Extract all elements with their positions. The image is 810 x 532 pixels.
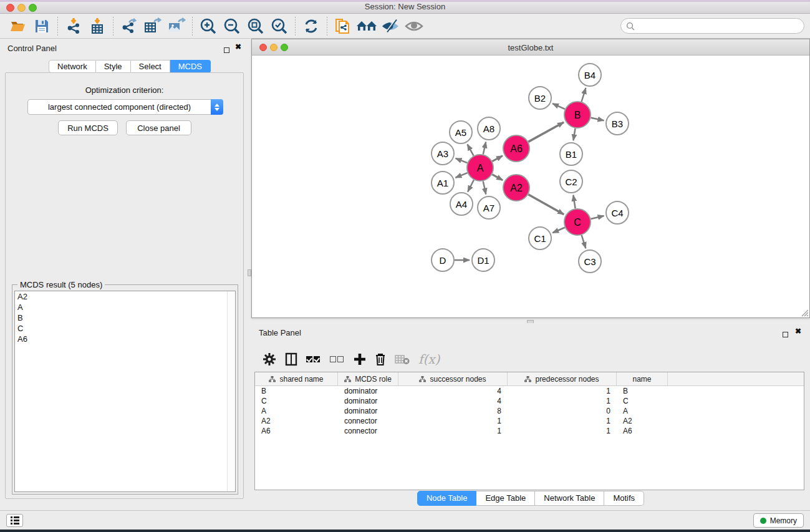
search-field[interactable] bbox=[620, 18, 804, 34]
search-input[interactable] bbox=[638, 22, 804, 31]
column-header-shared-name[interactable]: shared name bbox=[255, 372, 338, 386]
graph-edge-B-B3[interactable] bbox=[591, 118, 604, 121]
show-columns-button[interactable] bbox=[285, 350, 297, 369]
tab-node-table[interactable]: Node Table bbox=[417, 491, 477, 506]
mcds-result-item[interactable]: A6 bbox=[15, 334, 235, 344]
scrollbar-track[interactable] bbox=[227, 291, 235, 491]
tab-network[interactable]: Network bbox=[49, 60, 96, 73]
graph-edge-A-A4[interactable] bbox=[468, 180, 474, 192]
graph-node-C4[interactable]: C4 bbox=[606, 201, 629, 224]
graph-node-B4[interactable]: B4 bbox=[579, 64, 601, 86]
zoom-selected-button[interactable] bbox=[268, 16, 291, 37]
graph-node-A8[interactable]: A8 bbox=[478, 117, 500, 140]
network-window-titlebar[interactable]: testGlobe.txt bbox=[252, 39, 809, 56]
show-graphics-details-button[interactable] bbox=[402, 16, 426, 37]
graph-node-B2[interactable]: B2 bbox=[529, 87, 551, 109]
graph-edge-A-A5[interactable] bbox=[468, 144, 474, 155]
add-column-button[interactable] bbox=[354, 350, 366, 369]
tab-motifs[interactable]: Motifs bbox=[604, 491, 644, 506]
tab-style[interactable]: Style bbox=[96, 60, 131, 73]
deselect-all-button[interactable] bbox=[330, 350, 345, 369]
refresh-button[interactable] bbox=[299, 16, 323, 37]
graph-node-A2[interactable]: A2 bbox=[503, 175, 529, 201]
task-history-button[interactable] bbox=[6, 514, 23, 527]
close-panel-button-mcds[interactable]: Close panel bbox=[126, 120, 191, 135]
graph-edge-A-A6[interactable] bbox=[492, 156, 503, 162]
graph-node-A3[interactable]: A3 bbox=[432, 142, 454, 165]
copy-session-button[interactable] bbox=[331, 16, 355, 37]
graph-node-A6[interactable]: A6 bbox=[503, 135, 529, 162]
graph-node-C3[interactable]: C3 bbox=[579, 250, 601, 273]
node-table[interactable]: shared nameMCDS rolesuccessor nodesprede… bbox=[254, 372, 804, 490]
table-settings-button[interactable] bbox=[263, 350, 276, 369]
graph-edge-A-A2[interactable] bbox=[492, 175, 503, 180]
column-header-MCDS-role[interactable]: MCDS role bbox=[338, 372, 398, 386]
graph-node-C1[interactable]: C1 bbox=[529, 227, 551, 249]
table-row[interactable]: Cdominator41C bbox=[255, 396, 804, 406]
import-table-button[interactable] bbox=[85, 16, 109, 37]
graph-edge-A-A1[interactable] bbox=[455, 173, 467, 178]
network-canvas[interactable]: B4B2BB3A5A8A6B1A3AA1C2A2A4A7C4CC1C3DD1 bbox=[252, 56, 809, 317]
graph-edge-C-C3[interactable] bbox=[582, 235, 586, 248]
resize-grip-icon[interactable] bbox=[800, 308, 809, 317]
graph-node-D[interactable]: D bbox=[432, 249, 454, 271]
run-mcds-button[interactable]: Run MCDS bbox=[58, 120, 118, 135]
graph-edge-B-B1[interactable] bbox=[573, 128, 575, 141]
import-network-button[interactable] bbox=[62, 16, 85, 37]
graph-node-C2[interactable]: C2 bbox=[560, 170, 582, 193]
graph-edge-B-B2[interactable] bbox=[552, 104, 565, 109]
float-panel-button[interactable] bbox=[224, 44, 229, 56]
graph-edge-A2-C[interactable] bbox=[528, 195, 564, 215]
mcds-result-list[interactable]: A2ABCA6 bbox=[14, 291, 236, 492]
export-image-button[interactable] bbox=[165, 16, 188, 37]
graph-edge-C-C1[interactable] bbox=[552, 228, 565, 233]
zoom-out-button[interactable] bbox=[220, 16, 244, 37]
tab-network-table[interactable]: Network Table bbox=[535, 491, 604, 506]
column-header-successor-nodes[interactable]: successor nodes bbox=[398, 372, 508, 386]
select-all-button[interactable] bbox=[306, 350, 321, 369]
export-network-button[interactable] bbox=[117, 16, 141, 37]
hide-graphics-details-button[interactable] bbox=[378, 16, 402, 37]
close-table-panel-button[interactable]: ✖ bbox=[795, 327, 801, 336]
tab-select[interactable]: Select bbox=[131, 60, 170, 73]
graph-edge-A-A8[interactable] bbox=[483, 142, 486, 154]
tab-mcds[interactable]: MCDS bbox=[170, 60, 211, 73]
table-row[interactable]: A6connector11A6 bbox=[255, 426, 804, 436]
graph-node-A5[interactable]: A5 bbox=[450, 121, 472, 143]
graph-edge-C-C2[interactable] bbox=[573, 195, 575, 209]
criterion-dropdown[interactable]: largest connected component (directed) bbox=[27, 99, 223, 115]
graph-edge-C-C4[interactable] bbox=[591, 216, 604, 219]
function-builder-button[interactable]: f(x) bbox=[418, 350, 440, 369]
tab-edge-table[interactable]: Edge Table bbox=[476, 491, 535, 506]
delete-column-button[interactable] bbox=[375, 350, 386, 369]
zoom-in-button[interactable] bbox=[196, 16, 220, 37]
column-header-predecessor-nodes[interactable]: predecessor nodes bbox=[508, 372, 617, 386]
mcds-result-item[interactable]: A2 bbox=[15, 291, 235, 302]
home-network-button[interactable] bbox=[355, 16, 378, 37]
save-session-button[interactable] bbox=[30, 16, 54, 37]
graph-node-D1[interactable]: D1 bbox=[472, 249, 494, 271]
graph-node-A1[interactable]: A1 bbox=[432, 172, 454, 194]
graph-edge-B-B4[interactable] bbox=[582, 88, 586, 102]
export-table-button[interactable] bbox=[141, 16, 165, 37]
mcds-result-item[interactable]: B bbox=[15, 312, 235, 323]
graph-node-B3[interactable]: B3 bbox=[606, 112, 629, 135]
close-panel-button[interactable]: ✖ bbox=[235, 42, 241, 51]
table-row[interactable]: A2connector11A2 bbox=[255, 416, 804, 426]
graph-edge-A6-B[interactable] bbox=[528, 122, 564, 142]
graph-node-B1[interactable]: B1 bbox=[560, 143, 582, 165]
graph-node-A4[interactable]: A4 bbox=[450, 193, 473, 215]
column-header-name[interactable]: name bbox=[617, 372, 668, 386]
table-row[interactable]: Bdominator41B bbox=[255, 386, 804, 396]
delete-table-button[interactable] bbox=[395, 350, 410, 369]
graph-node-A7[interactable]: A7 bbox=[478, 196, 500, 219]
open-session-button[interactable] bbox=[6, 16, 30, 37]
graph-node-B[interactable]: B bbox=[564, 102, 591, 128]
zoom-fit-button[interactable] bbox=[244, 16, 268, 37]
table-row[interactable]: Adominator80A bbox=[255, 406, 804, 416]
graph-node-C[interactable]: C bbox=[564, 209, 591, 235]
graph-node-A[interactable]: A bbox=[467, 155, 493, 181]
mcds-result-item[interactable]: A bbox=[15, 302, 235, 312]
float-table-panel-button[interactable] bbox=[783, 329, 788, 340]
memory-button[interactable]: Memory bbox=[753, 513, 804, 528]
